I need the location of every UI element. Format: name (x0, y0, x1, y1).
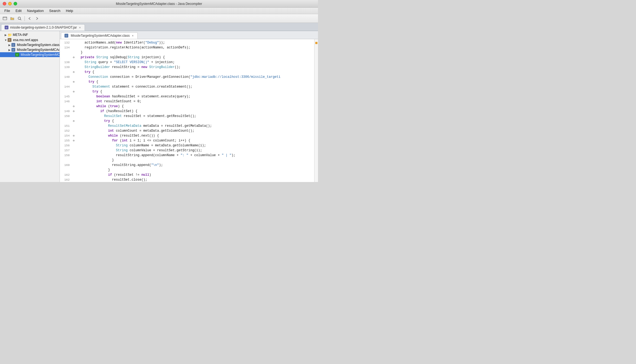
code-line-close-for: } (60, 158, 314, 163)
code-lines: 132 actionNames.add(new Identifier("Debu… (60, 39, 314, 182)
folder-icon: 📁 (8, 33, 12, 37)
tree-label-missile-adapter: MissileTargetingSystemMCAdapter.class (17, 48, 60, 52)
svg-line-3 (20, 19, 21, 20)
code-tab-label: MissileTargetingSystemMCAdapter.class (71, 34, 130, 38)
close-button[interactable] (3, 2, 6, 5)
svg-rect-0 (3, 17, 7, 20)
window-title: MissileTargetingSystemMCAdapter.class - … (116, 2, 202, 6)
tree-label-esa-mo: esa.mo.nmf.apps (13, 38, 38, 42)
code-line-157: 157 String columnValue = resultSet.getSt… (60, 148, 314, 153)
code-line-close1: } (60, 50, 314, 55)
toolbar-search-button[interactable] (16, 16, 23, 21)
toolbar-separator (24, 16, 25, 21)
code-line-149: 149 ⊖ if (hasResultSet) { (60, 109, 314, 114)
tree-item-missile-system[interactable]: ▶ C MissileTargetingSystem.class (0, 42, 60, 47)
menu-edit[interactable]: Edit (13, 8, 24, 13)
code-line-162a: 162 if (resultSet != null) (60, 172, 314, 177)
class-icon-system: C (11, 43, 15, 47)
tree-label-missile-system: MissileTargetingSystem.class (17, 43, 60, 47)
code-tab[interactable]: C MissileTargetingSystemMCAdapter.class … (61, 32, 138, 39)
toolbar (0, 14, 318, 23)
code-line-151: 151 ResultSetMetaData metaData = resultS… (60, 124, 314, 128)
menu-navigation[interactable]: Navigation (25, 8, 46, 13)
jar-tab-label: missile-targeting-system-2.1.0-SNAPSHOT.… (10, 26, 77, 29)
jar-tab[interactable]: io missile-targeting-system-2.1.0-SNAPSH… (1, 24, 85, 31)
menu-bar: File Edit Navigation Search Help (0, 8, 318, 14)
code-content[interactable]: 132 actionNames.add(new Identifier("Debu… (60, 39, 318, 182)
code-line-150: 150 ResultSet resultSet = statement.getR… (60, 114, 314, 119)
tree-arrow-missile-system: ▶ (8, 44, 11, 47)
tree-item-esa-mo[interactable]: ▼ P esa.mo.nmf.apps (0, 38, 60, 42)
jar-tabs-bar: io missile-targeting-system-2.1.0-SNAPSH… (0, 23, 318, 31)
app-window: MissileTargetingSystemMCAdapter.class - … (0, 0, 318, 182)
code-line-160: 160 resultString.append("\n"); (60, 163, 314, 168)
code-line-try3: ⊖ try { (60, 89, 314, 94)
tree-item-missile-adapter[interactable]: ▶ C MissileTargetingSystemMCAdapter.clas… (0, 47, 60, 52)
code-line-146: 146 int resultSetCount = 0; (60, 99, 314, 104)
code-line-139: 139 StringBuilder resultString = new Str… (60, 65, 314, 70)
code-line-sqldebug: ⊖ private String sqlDebug(String injecti… (60, 55, 314, 60)
code-line-132: 132 actionNames.add(new Identifier("Debu… (60, 40, 314, 45)
gutter-marker (315, 42, 317, 44)
minimize-button[interactable] (8, 2, 12, 5)
code-line-158: 158 resultString.append(columnName + ": … (60, 153, 314, 158)
code-scroll-area[interactable]: 132 actionNames.add(new Identifier("Debu… (60, 39, 314, 182)
code-tab-close[interactable]: × (131, 34, 134, 37)
right-gutter (314, 39, 318, 182)
code-line-134: 134 registration.registerActions(actionN… (60, 45, 314, 50)
toolbar-home-button[interactable] (2, 16, 8, 21)
tree-item-meta-inf[interactable]: ▶ 📁 META-INF (0, 32, 60, 38)
tree-arrow-esa-mo: ▼ (4, 39, 8, 42)
code-line-152: 152 int columnCount = metaData.getColumn… (60, 128, 314, 133)
jar-icon: io (5, 26, 8, 29)
tree-item-missile-class[interactable]: C MissileTargetingSystemMCAdapter (0, 52, 60, 57)
file-tree: ▶ 📁 META-INF ▼ P esa.mo.nmf.apps ▶ C Mis… (0, 31, 60, 182)
code-tab-icon: C (64, 34, 68, 38)
class-icon-green: C (15, 53, 19, 57)
toolbar-back-button[interactable] (26, 16, 33, 21)
window-controls[interactable] (3, 2, 17, 5)
code-line-while1: ⊖ while (true) { (60, 104, 314, 109)
menu-search[interactable]: Search (47, 8, 63, 13)
tree-label-meta-inf: META-INF (13, 33, 28, 37)
code-line-156: 156 String columnName = metaData.getColu… (60, 143, 314, 148)
package-icon: P (8, 38, 11, 42)
code-pane: C MissileTargetingSystemMCAdapter.class … (60, 31, 318, 182)
code-line-162b: 162 resultSet.close(); (60, 177, 314, 182)
toolbar-open-button[interactable] (9, 16, 16, 21)
tree-arrow-meta-inf: ▶ (4, 33, 8, 36)
code-line-close-while: } (60, 168, 314, 172)
title-bar: MissileTargetingSystemMCAdapter.class - … (0, 0, 318, 8)
code-line-140: 140 Connection connection = DriverManage… (60, 75, 314, 79)
tree-arrow-missile-adapter: ▶ (8, 48, 11, 51)
tree-label-missile-class: MissileTargetingSystemMCAdapter (21, 53, 60, 57)
code-line-144: 144 Statement statement = connection.cre… (60, 84, 314, 89)
code-line-154: 154 ⊖ while (resultSet.next()) { (60, 133, 314, 138)
code-line-try1: ⊖ try { (60, 70, 314, 75)
svg-point-2 (18, 17, 21, 19)
code-editor-tabs: C MissileTargetingSystemMCAdapter.class … (60, 31, 318, 39)
code-line-138: 138 String query = "SELECT VERSION()" + … (60, 60, 314, 65)
maximize-button[interactable] (14, 2, 17, 5)
code-line-145: 145 boolean hasResultSet = statement.exe… (60, 94, 314, 99)
code-line-155: 155 ⊖ for (int i = 1; i <= columnCount; … (60, 138, 314, 143)
code-line-try4: ⊖ try { (60, 119, 314, 124)
menu-file[interactable]: File (2, 8, 12, 13)
toolbar-forward-button[interactable] (34, 16, 40, 21)
menu-help[interactable]: Help (64, 8, 75, 13)
jar-tab-close[interactable]: × (78, 26, 81, 29)
class-icon-adapter: C (11, 48, 15, 52)
code-line-try2: ⊖ try { (60, 79, 314, 84)
